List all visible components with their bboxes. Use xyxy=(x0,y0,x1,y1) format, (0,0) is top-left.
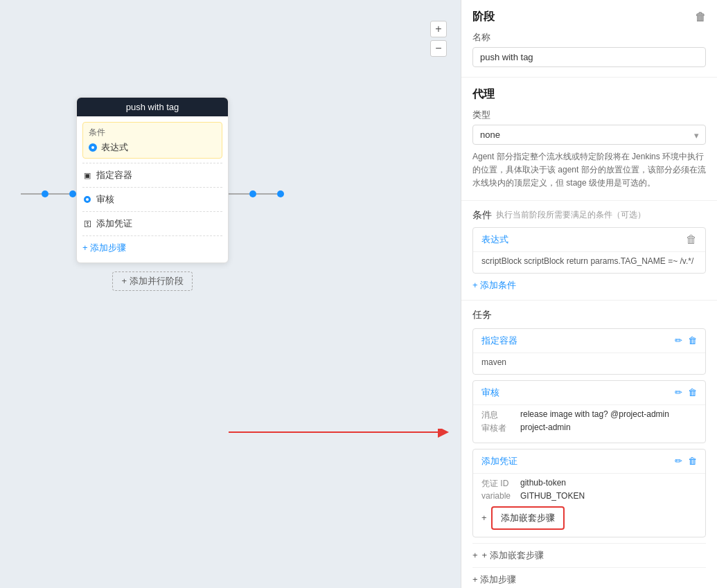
connector-dot-right xyxy=(249,190,256,197)
add-parallel-section: + 添加并行阶段 xyxy=(112,271,192,291)
type-field-label: 类型 xyxy=(472,109,706,121)
container-card-actions: ✏ 🗑 xyxy=(675,335,697,346)
container-value: maven xyxy=(481,357,697,367)
expression-condition-card: 表达式 🗑 scriptBlock scriptBlock return par… xyxy=(472,227,706,274)
container-card-body: maven xyxy=(473,353,705,374)
stage-node-body: 条件 表达式 ▣ 指定容器 xyxy=(77,116,228,262)
stage-wrapper: push with tag 条件 表达式 ▣ 指定容器 xyxy=(76,97,229,291)
credential-id-label: 凭证 ID xyxy=(481,478,516,490)
credential-var-row: variable GITHUB_TOKEN xyxy=(481,491,697,501)
zoom-controls: + − xyxy=(430,21,447,57)
conditions-section: 条件 执行当前阶段所需要满足的条件（可选） 表达式 🗑 scriptBlock … xyxy=(461,201,717,301)
container-card-title: 指定容器 xyxy=(481,335,517,347)
conditions-header: 条件 执行当前阶段所需要满足的条件（可选） xyxy=(472,209,706,222)
add-step-label: + 添加步骤 xyxy=(472,573,516,586)
connector-line-left2 xyxy=(48,193,69,195)
credential-task-card: 添加凭证 ✏ 🗑 凭证 ID github-token variable GIT… xyxy=(472,449,706,537)
node-container-item[interactable]: ▣ 指定容器 xyxy=(82,166,222,184)
review-submitter-row: 审核者 project-admin xyxy=(481,422,697,434)
node-review-label: 审核 xyxy=(96,193,114,206)
review-delete-icon[interactable]: 🗑 xyxy=(688,387,697,398)
type-select-wrapper: none any node docker dockerfile ▾ xyxy=(472,125,706,145)
add-nested-inline-container: + 添加嵌套步骤 xyxy=(481,506,697,530)
credential-card-title: 添加凭证 xyxy=(481,455,517,467)
review-card-title: 审核 xyxy=(481,386,499,399)
review-icon xyxy=(82,195,92,204)
right-connector xyxy=(229,190,284,197)
expression-card-title: 表达式 xyxy=(481,233,508,246)
connector-dot-left2 xyxy=(69,190,76,197)
credential-id-value: github-token xyxy=(520,478,566,490)
review-message-label: 消息 xyxy=(481,409,516,421)
stage-name-input[interactable] xyxy=(472,47,706,67)
conditions-subtitle: 执行当前阶段所需要满足的条件（可选） xyxy=(496,209,646,221)
node-expression-label: 表达式 xyxy=(101,141,128,154)
add-parallel-button[interactable]: + 添加并行阶段 xyxy=(112,271,192,291)
review-card-header: 审核 ✏ 🗑 xyxy=(473,381,705,404)
node-review-item[interactable]: 审核 xyxy=(82,190,222,208)
review-submitter-value: project-admin xyxy=(520,422,571,434)
name-field-label: 名称 xyxy=(472,31,706,44)
zoom-out-button[interactable]: − xyxy=(430,40,447,57)
node-credential-label: 添加凭证 xyxy=(96,217,132,230)
container-delete-icon[interactable]: 🗑 xyxy=(688,335,697,346)
add-nested-step-label: + 添加嵌套步骤 xyxy=(482,549,544,562)
credential-icon: ⚿ xyxy=(82,219,92,229)
agent-title: 代理 xyxy=(472,87,706,102)
plus-icon-nested: + xyxy=(481,513,487,523)
radio-dot-expression xyxy=(89,143,97,152)
connector-dot-right2 xyxy=(277,190,284,197)
node-credential-item[interactable]: ⚿ 添加凭证 xyxy=(82,215,222,233)
review-card-body: 消息 release image with tag? @project-admi… xyxy=(473,404,705,443)
credential-edit-icon[interactable]: ✏ xyxy=(675,456,682,466)
expression-delete-icon[interactable]: 🗑 xyxy=(686,233,697,246)
node-add-step-button[interactable]: + 添加步骤 xyxy=(82,239,222,257)
connector-line-right xyxy=(229,193,249,195)
node-container-label: 指定容器 xyxy=(96,169,132,181)
credential-delete-icon[interactable]: 🗑 xyxy=(688,456,697,466)
stage-node-title: push with tag xyxy=(77,98,228,116)
container-card-header: 指定容器 ✏ 🗑 xyxy=(473,329,705,353)
node-condition-section: 条件 表达式 xyxy=(82,122,222,159)
stage-delete-icon[interactable]: 🗑 xyxy=(695,11,706,24)
agent-section: 代理 类型 none any node docker dockerfile ▾ … xyxy=(461,78,717,201)
container-task-card: 指定容器 ✏ 🗑 maven xyxy=(472,328,706,375)
tasks-section: 任务 指定容器 ✏ 🗑 maven 审核 ✏ 🗑 xyxy=(461,301,717,588)
review-submitter-label: 审核者 xyxy=(481,422,516,434)
conditions-title: 条件 xyxy=(472,209,492,222)
review-card-actions: ✏ 🗑 xyxy=(675,387,697,398)
pipeline-flow: push with tag 条件 表达式 ▣ 指定容器 xyxy=(21,97,284,291)
credential-card-header: 添加凭证 ✏ 🗑 xyxy=(473,449,705,473)
tasks-header: 任务 xyxy=(472,309,706,321)
connector-line-right2 xyxy=(256,193,277,195)
agent-description-text: Agent 部分指定整个流水线或特定阶段将在 Jenkins 环境中执行的位置，… xyxy=(472,150,706,190)
review-task-card: 审核 ✏ 🗑 消息 release image with tag? @proje… xyxy=(472,380,706,443)
review-edit-icon[interactable]: ✏ xyxy=(675,387,682,398)
connector-dot-left xyxy=(42,190,48,197)
review-message-value: release image with tag? @project-admin xyxy=(520,409,669,421)
stage-node[interactable]: push with tag 条件 表达式 ▣ 指定容器 xyxy=(76,97,229,263)
add-nested-step-outer[interactable]: + + 添加嵌套步骤 xyxy=(472,543,706,567)
container-edit-icon[interactable]: ✏ xyxy=(675,335,682,346)
credential-var-label: variable xyxy=(481,491,516,501)
panel-stage-title: 阶段 🗑 xyxy=(472,10,706,24)
right-panel: 阶段 🗑 名称 代理 类型 none any node docker docke… xyxy=(461,0,717,588)
add-nested-step-button-highlighted[interactable]: 添加嵌套步骤 xyxy=(491,506,565,530)
left-connector xyxy=(21,190,76,197)
credential-id-row: 凭证 ID github-token xyxy=(481,478,697,490)
expression-card-body: scriptBlock scriptBlock return params.TA… xyxy=(473,251,705,273)
add-condition-button[interactable]: + 添加条件 xyxy=(472,279,706,292)
credential-card-actions: ✏ 🗑 xyxy=(675,456,697,466)
node-condition-label: 条件 xyxy=(89,127,216,139)
pipeline-canvas: + − push with tag 条件 表达式 xyxy=(0,0,461,588)
red-arrow-annotation xyxy=(229,429,450,484)
stage-section: 阶段 🗑 名称 xyxy=(461,0,717,78)
credential-card-body: 凭证 ID github-token variable GITHUB_TOKEN… xyxy=(473,473,705,537)
zoom-in-button[interactable]: + xyxy=(430,21,447,37)
type-select[interactable]: none any node docker dockerfile xyxy=(472,125,706,145)
node-expression-item[interactable]: 表达式 xyxy=(89,141,216,154)
expression-card-header: 表达式 🗑 xyxy=(473,228,705,251)
review-message-row: 消息 release image with tag? @project-admi… xyxy=(481,409,697,421)
connector-line-left xyxy=(21,193,42,195)
add-step-container[interactable]: + 添加步骤 xyxy=(472,567,706,588)
